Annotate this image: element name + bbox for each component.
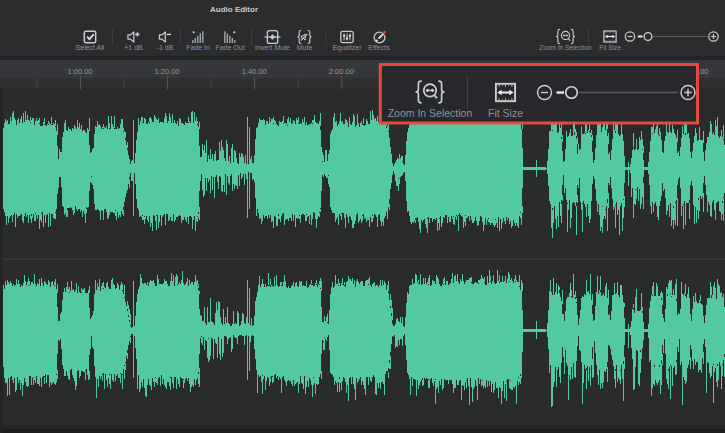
svg-text:1:00.00: 1:00.00 — [67, 67, 92, 76]
svg-text:Fit Size: Fit Size — [488, 107, 523, 119]
svg-text:Fit Size: Fit Size — [599, 44, 621, 51]
svg-text:Zoom In Selection: Zoom In Selection — [539, 44, 592, 51]
svg-text:Select All: Select All — [76, 44, 105, 51]
svg-text:Invert Mute: Invert Mute — [255, 44, 290, 51]
svg-text:-1 dB: -1 dB — [157, 44, 174, 51]
svg-text:Effects: Effects — [368, 44, 390, 51]
svg-text:Fade Out: Fade Out — [215, 44, 244, 51]
svg-text:1:20.00: 1:20.00 — [154, 67, 179, 76]
svg-text:2:00.00: 2:00.00 — [329, 67, 354, 76]
svg-text:Equalizer: Equalizer — [332, 44, 362, 52]
svg-text:Zoom In Selection: Zoom In Selection — [388, 107, 473, 119]
svg-text:1:40.00: 1:40.00 — [242, 67, 267, 76]
svg-text:Fade In: Fade In — [186, 44, 210, 51]
svg-text:+1 dB: +1 dB — [124, 44, 143, 51]
svg-text:Mute: Mute — [297, 44, 313, 51]
svg-text:Audio Editor: Audio Editor — [210, 5, 258, 14]
